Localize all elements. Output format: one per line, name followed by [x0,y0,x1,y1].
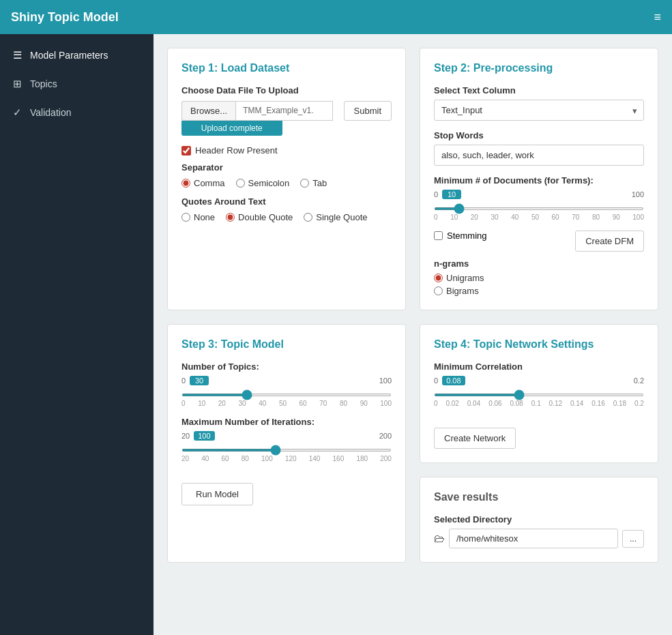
save-title: Save results [434,491,644,503]
browse-button[interactable]: Browse... [181,101,235,121]
separator-semicolon[interactable]: Semicolon [236,178,290,188]
max-iter-slider[interactable] [181,449,392,452]
ngrams-group: Unigrams Bigrams [434,273,644,296]
stop-words-group: Stop Words [434,130,644,166]
list-icon: ☰ [11,49,23,61]
min-corr-ticks: 00.020.040.060.080.10.120.140.160.180.2 [434,400,644,407]
text-column-label: Select Text Column [434,85,644,95]
min-docs-slider[interactable] [434,207,644,210]
create-network-button[interactable]: Create Network [434,428,516,449]
quotes-double[interactable]: Double Quote [226,212,293,222]
max-iter-max: 200 [379,432,392,440]
ngrams-unigrams[interactable]: Unigrams [434,273,644,283]
app-title: Shiny Topic Model [11,10,654,25]
run-model-button[interactable]: Run Model [181,483,253,505]
create-dfm-button[interactable]: Create DFM [575,231,644,252]
menu-icon[interactable]: ≡ [654,10,661,25]
step2-title: Step 2: Pre-processing [434,62,644,74]
header-row-checkbox[interactable] [181,146,191,156]
min-docs-label: Minimum # of Documents (for Terms): [434,175,644,186]
num-topics-label: Number of Topics: [181,361,392,372]
quotes-group: None Double Quote Single Quote [181,212,392,222]
min-docs-value: 10 [442,190,461,199]
step1-card: Step 1: Load Dataset Choose Data File To… [167,48,406,310]
min-corr-label: Minimum Correlation [434,361,644,372]
min-corr-max: 0.2 [634,376,644,385]
max-iter-value: 100 [194,431,214,441]
ngrams-bigrams[interactable]: Bigrams [434,286,644,296]
stop-words-input[interactable] [434,145,644,166]
separator-group: Comma Semicolon Tab [181,178,392,188]
step2-card: Step 2: Pre-processing Select Text Colum… [420,48,658,310]
folder-icon: 🗁 [434,533,445,545]
right-column: Step 4: Topic Network Settings Minimum C… [420,324,658,563]
sidebar-item-label: Topics [30,78,57,89]
sidebar-item-topics[interactable]: ⊞ Topics [0,70,154,98]
max-iter-label: Maximum Number of Iterations: [181,417,392,427]
file-name-display: TMM_Example_v1. [235,101,332,121]
min-docs-ticks: 0102030405060708090100 [434,213,644,221]
max-iter-group: Maximum Number of Iterations: 20 100 200… [181,417,392,462]
min-corr-min: 0 [434,376,438,385]
sidebar-item-validation[interactable]: ✓ Validation [0,98,154,127]
min-docs-group: Minimum # of Documents (for Terms): 0 10… [434,175,644,221]
quotes-single[interactable]: Single Quote [304,212,367,222]
separator-tab[interactable]: Tab [300,178,327,188]
dfm-row: Stemming Create DFM [434,231,644,252]
upload-progress: Upload complete [181,121,282,136]
text-column-select[interactable]: Text_Input [434,100,644,121]
step3-card: Step 3: Topic Model Number of Topics: 0 … [167,324,406,563]
stop-words-label: Stop Words [434,130,644,141]
quotes-none[interactable]: None [181,212,215,222]
ngrams-section: n-grams Unigrams Bigrams [434,259,644,296]
num-topics-ticks: 0102030405060708090100 [181,400,392,407]
dir-row: 🗁 ... [434,529,644,548]
text-column-group: Select Text Column Text_Input ▾ [434,85,644,121]
min-corr-slider[interactable] [434,394,644,396]
save-card: Save results Selected Directory 🗁 ... [420,477,658,563]
separator-comma[interactable]: Comma [181,178,225,188]
max-iter-ticks: 20406080100120140160180200 [181,455,392,462]
step3-title: Step 3: Topic Model [181,338,392,351]
upload-row: Browse... TMM_Example_v1. Upload complet… [181,101,392,136]
app-header: Shiny Topic Model ≡ [0,0,672,34]
max-iter-min: 20 [181,432,190,440]
min-docs-max: 100 [632,190,644,198]
main-layout: ☰ Model Parameters ⊞ Topics ✓ Validation… [0,34,672,635]
step1-title: Step 1: Load Dataset [181,62,392,74]
header-row-label: Header Row Present [195,145,278,156]
sidebar: ☰ Model Parameters ⊞ Topics ✓ Validation [0,34,154,635]
num-topics-group: Number of Topics: 0 30 100 0102030405060… [181,361,392,407]
num-topics-slider[interactable] [181,394,392,396]
dir-browse-button[interactable]: ... [622,530,644,548]
check-icon: ✓ [11,106,23,119]
quotes-label: Quotes Around Text [181,196,392,207]
stemming-checkbox[interactable] [434,231,443,240]
sidebar-item-label: Validation [30,107,71,118]
step4-card: Step 4: Topic Network Settings Minimum C… [420,324,658,463]
upload-label: Choose Data File To Upload [181,85,392,95]
grid-icon: ⊞ [11,78,23,90]
separator-label: Separator [181,162,392,173]
dir-path-input[interactable] [449,529,618,548]
content-area: Step 1: Load Dataset Choose Data File To… [154,34,672,635]
stemming-label: Stemming [447,231,487,241]
sidebar-item-label: Model Parameters [30,50,108,61]
min-corr-value: 0.08 [442,376,465,385]
ngrams-label: n-grams [434,259,644,269]
num-topics-min: 0 [181,376,186,385]
min-docs-min: 0 [434,190,438,198]
step4-title: Step 4: Topic Network Settings [434,338,644,351]
min-corr-group: Minimum Correlation 0 0.08 0.2 00.020.04… [434,361,644,407]
num-topics-value: 30 [190,376,209,385]
sidebar-item-model-parameters[interactable]: ☰ Model Parameters [0,41,154,70]
submit-button[interactable]: Submit [344,101,392,121]
num-topics-max: 100 [379,376,392,385]
header-row-checkbox-row: Header Row Present [181,145,392,156]
dir-label: Selected Directory [434,514,644,525]
